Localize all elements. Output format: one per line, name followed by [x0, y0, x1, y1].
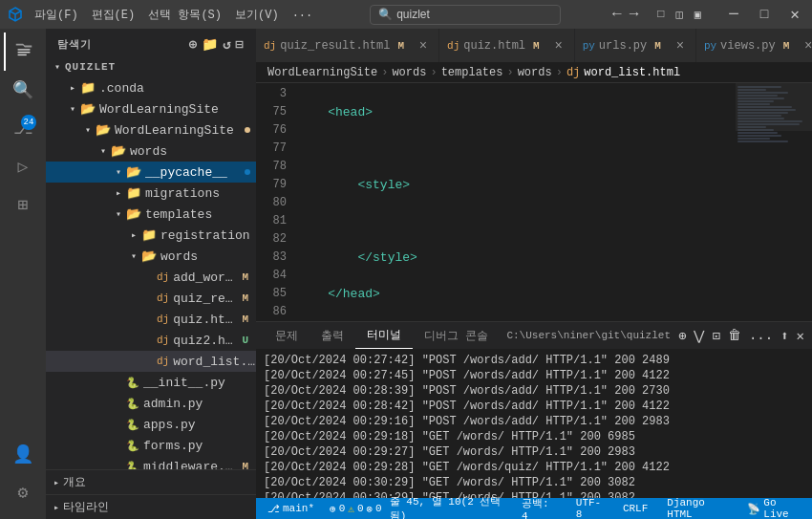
sidebar-item-middleware[interactable]: 🐍 middleware.py M: [46, 456, 256, 469]
sidebar-item-words[interactable]: ▾ 📂 words: [46, 141, 256, 162]
new-file-icon[interactable]: ⊕: [189, 36, 198, 53]
activity-search[interactable]: 🔍: [4, 71, 42, 109]
sidebar-item-quiz2[interactable]: dj quiz2.html U: [46, 330, 256, 351]
panel-tab-debug[interactable]: 디버그 콘솔: [413, 322, 500, 349]
breadcrumb-words2[interactable]: words: [518, 66, 552, 79]
sidebar-item-quiz-result[interactable]: dj quiz_result.html M: [46, 288, 256, 309]
dj-icon: dj: [447, 40, 459, 52]
badge-m: M: [242, 461, 248, 469]
icon-forward[interactable]: →: [630, 6, 639, 23]
minimap-slider[interactable]: [736, 83, 812, 131]
new-folder-icon[interactable]: 📁: [202, 36, 219, 53]
panel-tab-problems[interactable]: 문제: [264, 322, 310, 349]
collapse-icon[interactable]: ⊟: [236, 36, 245, 53]
tab-views[interactable]: py views.py M ×: [696, 29, 812, 62]
breadcrumb-templates[interactable]: templates: [441, 66, 503, 79]
activity-git[interactable]: ⎇ 24: [4, 109, 42, 147]
status-eol[interactable]: CRLF: [619, 503, 652, 514]
tab-quiz-result[interactable]: dj quiz_result.html M ×: [256, 29, 439, 62]
sidebar-item-admin[interactable]: 🐍 admin.py: [46, 393, 256, 414]
spaces-label: 공백: 4: [522, 496, 557, 520]
sidebar-item-forms[interactable]: 🐍 forms.py: [46, 435, 256, 456]
status-errors[interactable]: ⊕ 0 ⚠ 0 ⊗ 0: [326, 503, 386, 515]
main-layout: 🔍 ⎇ 24 ▷ ⊞ 👤 ⚙ 탐색기 ⊕ 📁 ↺ ⊟ ▾ QUI: [0, 29, 812, 519]
sidebar-item-conda[interactable]: ▸ 📁 .conda: [46, 77, 256, 98]
sidebar-item-pycache[interactable]: ▾ 📂 __pycache__: [46, 162, 256, 183]
terminal-split-icon[interactable]: ⊡: [712, 328, 719, 344]
sidebar-item-words-sub[interactable]: ▾ 📂 words: [46, 246, 256, 267]
menu-more[interactable]: ...: [287, 5, 319, 25]
error-count: 0: [339, 503, 346, 514]
tab-close-icon[interactable]: ×: [551, 38, 566, 54]
sidebar-item-label: quiz_result.html: [173, 292, 238, 306]
menu-select[interactable]: 선택 항목(S): [142, 5, 227, 25]
refresh-icon[interactable]: ↺: [223, 36, 231, 53]
title-search-box[interactable]: 🔍: [370, 5, 561, 25]
tab-close-icon[interactable]: ×: [801, 38, 812, 54]
sidebar-item-label: registration: [160, 228, 256, 243]
sidebar-item-label: WordLearningSite: [99, 102, 256, 117]
tab-urls[interactable]: py urls.py M ×: [575, 29, 696, 62]
sidebar-title: 탐색기: [57, 37, 92, 52]
sidebar-timeline[interactable]: ▸ 타임라인: [46, 494, 256, 519]
status-golive[interactable]: 📡 Go Live: [743, 497, 804, 519]
panel-tab-output[interactable]: 출력: [310, 322, 355, 349]
sidebar-header: 탐색기 ⊕ 📁 ↺ ⊟: [46, 29, 256, 56]
terminal-more-icon[interactable]: ⋁: [694, 328, 704, 344]
status-position[interactable]: 줄 45, 열 10(2 선택됨): [386, 494, 506, 519]
sidebar-item-quiz[interactable]: dj quiz.html M: [46, 309, 256, 330]
status-language[interactable]: Django HTML: [663, 497, 732, 519]
code-content[interactable]: <head> <style> </style> </head> <body> <…: [294, 83, 736, 321]
terminal-content[interactable]: [20/Oct/2024 00:27:42] "POST /words/add/…: [256, 349, 812, 498]
sidebar-item-quizlet[interactable]: ▾ QUIZLET: [46, 56, 256, 77]
status-spaces[interactable]: 공백: 4: [518, 496, 561, 520]
maximize-button[interactable]: □: [755, 7, 774, 22]
tab-close-icon[interactable]: ×: [673, 38, 688, 54]
sidebar-item-add-word[interactable]: dj add_word.html M: [46, 267, 256, 288]
activity-extensions[interactable]: ⊞: [4, 185, 42, 224]
sidebar-item-templates[interactable]: ▾ 📂 templates: [46, 204, 256, 225]
tree-arrow: ▾: [65, 103, 80, 115]
breadcrumb-wordlearning[interactable]: WordLearningSite: [267, 66, 377, 79]
sidebar-item-label: __pycache__: [145, 165, 245, 180]
info-count: 0: [375, 503, 382, 514]
terminal-trash-icon[interactable]: 🗑: [728, 328, 741, 343]
menu-file[interactable]: 파일(F): [29, 5, 84, 25]
sidebar-item-registration[interactable]: ▸ 📁 registration: [46, 225, 256, 246]
panel-tab-terminal[interactable]: 터미널: [355, 322, 413, 349]
sidebar-item-init[interactable]: 🐍 __init__.py: [46, 372, 256, 393]
sidebar-item-apps[interactable]: 🐍 apps.py: [46, 414, 256, 435]
menu-edit[interactable]: 편집(E): [86, 5, 141, 25]
panel-maximize-icon[interactable]: ⬆: [780, 328, 788, 344]
status-encoding[interactable]: UTF-8: [572, 497, 608, 519]
sidebar-item-migrations[interactable]: ▸ 📁 migrations: [46, 183, 256, 204]
breadcrumb-words[interactable]: words: [392, 66, 426, 79]
icon-back[interactable]: ←: [612, 6, 622, 23]
activity-account[interactable]: 👤: [4, 435, 42, 473]
activity-run[interactable]: ▷: [4, 147, 42, 185]
sidebar-item-wordlearningsite-inner[interactable]: ▾ 📂 WordLearningSite: [46, 119, 256, 141]
tab-close-icon[interactable]: ×: [416, 38, 431, 54]
icons-panel1: □: [657, 8, 664, 22]
status-branch[interactable]: ⎇ main*: [264, 503, 318, 515]
badge-m: M: [242, 271, 248, 283]
terminal-close-icon[interactable]: ...: [749, 328, 773, 343]
minimize-button[interactable]: ─: [724, 6, 743, 23]
tree-arrow: ▸: [111, 187, 126, 199]
sidebar-item-label: quiz.html: [173, 313, 238, 327]
search-input[interactable]: [396, 8, 540, 21]
chevron-right-icon: ▸: [53, 477, 59, 488]
close-button[interactable]: ✕: [785, 5, 804, 24]
menu-view[interactable]: 보기(V): [229, 5, 285, 25]
panel-close-icon[interactable]: ✕: [797, 328, 804, 344]
position-label: 줄 45, 열 10(2 선택됨): [390, 494, 502, 519]
sidebar-outline[interactable]: ▸ 개요: [46, 469, 256, 494]
dot-blue: [245, 169, 250, 175]
tab-quiz[interactable]: dj quiz.html M ×: [439, 29, 575, 62]
folder-icon: 📁: [141, 227, 157, 243]
activity-explorer[interactable]: [4, 32, 42, 71]
add-terminal-icon[interactable]: ⊕: [678, 328, 686, 344]
sidebar-item-wordlearningsite[interactable]: ▾ 📂 WordLearningSite: [46, 98, 256, 119]
sidebar-item-word-list[interactable]: dj word_list.html: [46, 351, 256, 372]
activity-settings[interactable]: ⚙: [4, 473, 42, 511]
